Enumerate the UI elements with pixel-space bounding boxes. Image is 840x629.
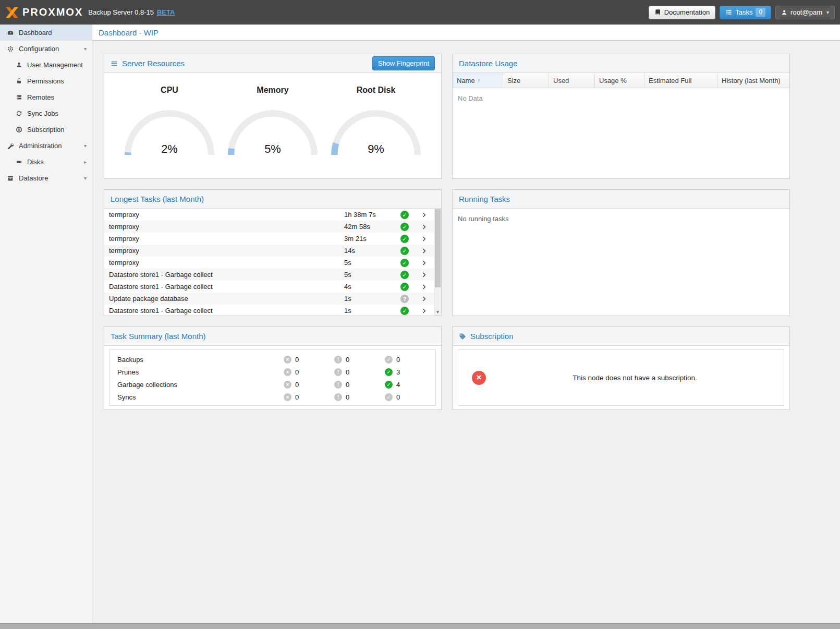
- status-ok-icon: ✓: [400, 235, 409, 243]
- sidebar-item-administration[interactable]: Administration ▾: [0, 138, 92, 154]
- task-row[interactable]: Datastore store1 - Garbage collect 4s ✓: [104, 281, 434, 293]
- column-header-estimated-full[interactable]: Estimated Full: [644, 73, 717, 88]
- error-count[interactable]: ×0: [284, 368, 334, 376]
- user-menu-button[interactable]: root@pam ▾: [775, 6, 835, 19]
- warning-count[interactable]: !0: [334, 393, 385, 401]
- column-header-usage[interactable]: Usage %: [595, 73, 644, 88]
- task-summary-row: Prunes ×0 !0 ✓3: [110, 366, 435, 378]
- error-icon: ×: [284, 381, 291, 389]
- subscription-status: × This node does not have a subscription…: [458, 349, 784, 406]
- task-list-icon: [725, 9, 732, 16]
- ok-icon: ✓: [385, 368, 393, 376]
- sidebar-item-remotes[interactable]: Remotes: [0, 89, 92, 105]
- user-icon: [781, 9, 787, 16]
- wrench-icon: [6, 142, 15, 150]
- scroll-down-button[interactable]: ▼: [434, 308, 441, 316]
- brand-wordmark: PROXMOX: [22, 6, 83, 18]
- column-header-name[interactable]: Name ↑: [453, 73, 503, 88]
- chevron-right-icon[interactable]: [415, 236, 434, 242]
- support-icon: [15, 126, 23, 133]
- warning-icon: !: [334, 381, 342, 389]
- sidebar-item-permissions[interactable]: Permissions: [0, 73, 92, 89]
- error-count[interactable]: ×0: [284, 356, 334, 364]
- task-row[interactable]: Datastore store1 - Garbage collect 5s ✓: [104, 269, 434, 281]
- proxmox-x-icon: [5, 7, 19, 18]
- sort-asc-icon: ↑: [478, 77, 481, 83]
- root-disk-gauge: Root Disk 9%: [326, 86, 425, 178]
- tasks-button[interactable]: Tasks 0: [720, 6, 771, 19]
- chevron-right-icon[interactable]: [415, 308, 434, 314]
- product-version: Backup Server 0.8-15: [88, 8, 154, 16]
- running-tasks-panel: Running Tasks No running tasks: [452, 189, 790, 316]
- task-row[interactable]: Update package database 1s ?: [104, 293, 434, 305]
- panel-title: Server Resources: [122, 59, 185, 68]
- warning-count[interactable]: !0: [334, 381, 385, 389]
- chevron-right-icon[interactable]: [415, 224, 434, 230]
- task-row[interactable]: termproxy 14s ✓: [104, 245, 434, 257]
- chevron-right-icon[interactable]: [415, 272, 434, 278]
- ok-count[interactable]: ✓4: [385, 381, 435, 389]
- column-header-size[interactable]: Size: [503, 73, 549, 88]
- warning-count[interactable]: !0: [334, 356, 385, 364]
- caret-down-icon: ▾: [826, 9, 829, 15]
- subscription-panel: Subscription × This node does not have a…: [452, 326, 790, 410]
- longest-tasks-panel: Longest Tasks (last Month) termproxy 1h …: [104, 189, 442, 316]
- status-ok-icon: ✓: [400, 283, 409, 291]
- task-row[interactable]: termproxy 42m 58s ✓: [104, 221, 434, 233]
- chevron-right-icon[interactable]: [415, 260, 434, 266]
- chevron-right-icon[interactable]: [415, 284, 434, 290]
- task-row[interactable]: termproxy 1h 38m 7s ✓: [104, 209, 434, 221]
- error-count[interactable]: ×0: [284, 393, 334, 401]
- caret-down-icon: ▾: [84, 143, 92, 149]
- panel-title: Longest Tasks (last Month): [111, 195, 204, 203]
- status-ok-icon: ✓: [400, 259, 409, 267]
- warning-count[interactable]: !0: [334, 368, 385, 376]
- table-header-row: Name ↑ Size Used Usage % Estimated Full …: [453, 73, 789, 88]
- sidebar-item-dashboard[interactable]: Dashboard: [0, 25, 92, 41]
- status-ok-icon: ✓: [400, 271, 409, 279]
- status-unknown-icon: ?: [400, 295, 409, 303]
- sidebar-item-configuration[interactable]: Configuration ▾: [0, 41, 92, 57]
- ok-count[interactable]: ✓3: [385, 368, 435, 376]
- sidebar-item-user-management[interactable]: User Management: [0, 57, 92, 73]
- sidebar-item-disks[interactable]: Disks ▸: [0, 154, 92, 170]
- status-ok-icon: ✓: [400, 307, 409, 315]
- chevron-right-icon[interactable]: [415, 248, 434, 254]
- resources-icon: [111, 60, 118, 67]
- proxmox-logo: PROXMOX: [5, 6, 83, 18]
- svg-text:9%: 9%: [368, 142, 384, 155]
- error-count[interactable]: ×0: [284, 381, 334, 389]
- task-row[interactable]: Datastore store1 - Garbage collect 1s ✓: [104, 305, 434, 316]
- show-fingerprint-button[interactable]: Show Fingerprint: [372, 56, 435, 70]
- caret-down-icon: ▾: [84, 46, 92, 52]
- task-row[interactable]: termproxy 3m 21s ✓: [104, 233, 434, 245]
- ribbon-icon: [459, 333, 466, 340]
- no-running-tasks-text: No running tasks: [453, 209, 789, 229]
- chevron-right-icon[interactable]: [415, 212, 434, 218]
- warning-icon: !: [334, 368, 342, 376]
- column-header-history[interactable]: History (last Month): [717, 73, 789, 88]
- task-summary-row: Syncs ×0 !0 ✓0: [110, 391, 435, 403]
- column-header-used[interactable]: Used: [549, 73, 595, 88]
- documentation-button[interactable]: Documentation: [649, 6, 715, 19]
- sidebar-item-sync-jobs[interactable]: Sync Jobs: [0, 105, 92, 122]
- status-ok-icon: ✓: [400, 211, 409, 219]
- ok-count[interactable]: ✓0: [385, 356, 435, 364]
- scrollbar-thumb[interactable]: [435, 209, 441, 287]
- ok-count[interactable]: ✓0: [385, 393, 435, 401]
- scrollbar[interactable]: ▼: [434, 209, 441, 316]
- chevron-right-icon[interactable]: [415, 296, 434, 302]
- status-ok-icon: ✓: [400, 247, 409, 255]
- sidebar-item-datastore[interactable]: Datastore ▾: [0, 170, 92, 186]
- task-row[interactable]: termproxy 5s ✓: [104, 257, 434, 269]
- panel-title: Subscription: [470, 332, 514, 341]
- gears-icon: [6, 45, 15, 53]
- caret-down-icon: ▾: [84, 175, 92, 181]
- beta-link[interactable]: BETA: [157, 8, 175, 16]
- sidebar-item-subscription[interactable]: Subscription: [0, 122, 92, 138]
- panel-title: Datastore Usage: [459, 59, 518, 68]
- panel-title: Task Summary (last Month): [111, 332, 206, 341]
- dashboard-icon: [6, 29, 15, 37]
- page-title: Dashboard - WIP: [99, 28, 159, 37]
- no-data-text: No Data: [453, 88, 789, 108]
